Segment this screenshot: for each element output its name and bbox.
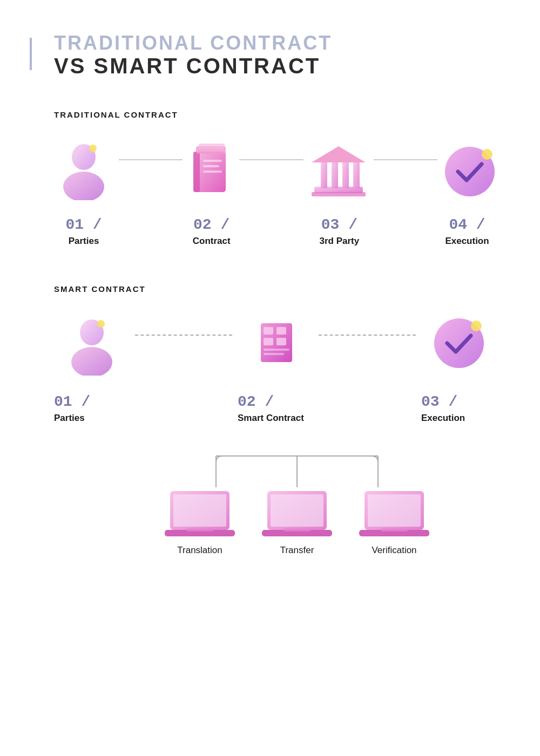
svg-rect-13 (342, 162, 349, 188)
smart-connector-1 (135, 335, 232, 336)
traditional-flow-row (54, 141, 497, 200)
svg-point-20 (97, 320, 105, 328)
smart-step-3: 03 / Execution (421, 393, 497, 424)
svg-rect-12 (332, 162, 338, 188)
svg-point-21 (71, 347, 112, 376)
smart-step-1-num: 01 / (54, 393, 90, 410)
svg-rect-44 (368, 494, 421, 527)
trad-step-4-label: Execution (445, 236, 489, 247)
smart-flow-row (54, 315, 497, 377)
svg-rect-26 (276, 338, 286, 345)
smart-section: SMART CONTRACT (43, 284, 497, 556)
laptop-verification-icon (359, 488, 429, 540)
traditional-steps-row: 01 / Parties 02 / Contract 03 / 3rd Part… (54, 216, 497, 247)
trad-step-4: 04 / Execution (437, 216, 497, 247)
traditional-item-2 (188, 144, 234, 197)
smart-connector-2 (319, 335, 416, 336)
svg-point-2 (63, 172, 104, 200)
tree-section: Translation (54, 440, 497, 556)
svg-rect-23 (264, 327, 273, 335)
translation-label: Translation (177, 545, 222, 556)
transfer-label: Transfer (280, 545, 314, 556)
bank-icon (309, 144, 368, 197)
smart-step-1-label: Parties (54, 413, 85, 424)
svg-rect-38 (186, 528, 213, 532)
smart-step-3-label: Execution (421, 413, 465, 424)
smart-item-2 (238, 315, 313, 377)
trad-step-3-label: 3rd Party (319, 236, 359, 247)
smart-step-1: 01 / Parties (54, 393, 130, 424)
svg-marker-15 (312, 146, 366, 162)
traditional-item-3 (309, 144, 368, 197)
tree-item-transfer: Transfer (259, 488, 335, 556)
title-line2: VS SMART CONTRACT (54, 54, 497, 78)
smart-steps-row: 01 / Parties 02 / Smart Contract 03 / Ex… (54, 393, 497, 424)
svg-rect-24 (276, 327, 286, 335)
svg-rect-7 (203, 171, 222, 173)
connector-2 (239, 159, 303, 160)
smart-book-icon (253, 315, 299, 369)
laptop-transfer-icon (262, 488, 332, 540)
tree-items: Translation (97, 488, 497, 556)
svg-rect-14 (353, 162, 360, 188)
trad-step-2: 02 / Contract (182, 216, 241, 247)
smart-step-2-num: 02 / (238, 393, 274, 410)
svg-rect-40 (271, 494, 323, 527)
traditional-item-4 (443, 144, 497, 197)
laptop-translation-icon (165, 488, 235, 540)
svg-rect-28 (264, 353, 284, 355)
title-block: TRADITIONAL CONTRACT VS SMART CONTRACT (54, 32, 497, 78)
smart-item-3 (421, 315, 497, 377)
trad-step-2-num: 02 / (193, 216, 230, 233)
trad-step-3: 03 / 3rd Party (309, 216, 369, 247)
tree-item-translation: Translation (162, 488, 238, 556)
traditional-section: TRADITIONAL CONTRACT (43, 110, 497, 247)
verification-label: Verification (372, 545, 416, 556)
svg-rect-27 (264, 349, 289, 351)
svg-rect-16 (312, 192, 366, 196)
svg-rect-9 (199, 144, 225, 149)
svg-point-1 (89, 145, 97, 152)
smart-check-icon (432, 315, 486, 369)
title-line1: TRADITIONAL CONTRACT (54, 32, 497, 54)
person-icon (54, 141, 113, 200)
svg-rect-6 (203, 165, 219, 167)
svg-rect-46 (381, 528, 408, 532)
accent-line (30, 38, 32, 70)
trad-step-4-num: 04 / (449, 216, 485, 233)
smart-label: SMART CONTRACT (54, 284, 497, 294)
trad-step-1-label: Parties (69, 236, 99, 247)
svg-point-30 (471, 321, 482, 331)
svg-rect-25 (264, 338, 273, 345)
smart-step-3-num: 03 / (421, 393, 457, 410)
connector-1 (119, 159, 183, 160)
book-icon (188, 144, 234, 197)
svg-rect-11 (321, 162, 327, 188)
svg-rect-5 (203, 160, 222, 162)
svg-rect-36 (173, 494, 226, 527)
tree-svg (167, 440, 427, 488)
trad-step-1: 01 / Parties (54, 216, 113, 247)
connector-3 (374, 159, 437, 160)
trad-step-3-num: 03 / (321, 216, 357, 233)
svg-rect-42 (284, 528, 310, 532)
svg-rect-4 (193, 152, 200, 192)
smart-item-1 (54, 316, 130, 376)
trad-step-1-num: 01 / (65, 216, 102, 233)
page: TRADITIONAL CONTRACT VS SMART CONTRACT T… (0, 0, 540, 756)
traditional-item-1 (54, 141, 113, 200)
svg-point-18 (482, 149, 492, 160)
traditional-label: TRADITIONAL CONTRACT (54, 110, 497, 119)
trad-step-2-label: Contract (193, 236, 231, 247)
smart-person-icon (62, 316, 122, 376)
smart-step-2-label: Smart Contract (238, 413, 304, 424)
check-icon (443, 144, 497, 197)
tree-item-verification: Verification (356, 488, 432, 556)
smart-step-2: 02 / Smart Contract (238, 393, 313, 424)
